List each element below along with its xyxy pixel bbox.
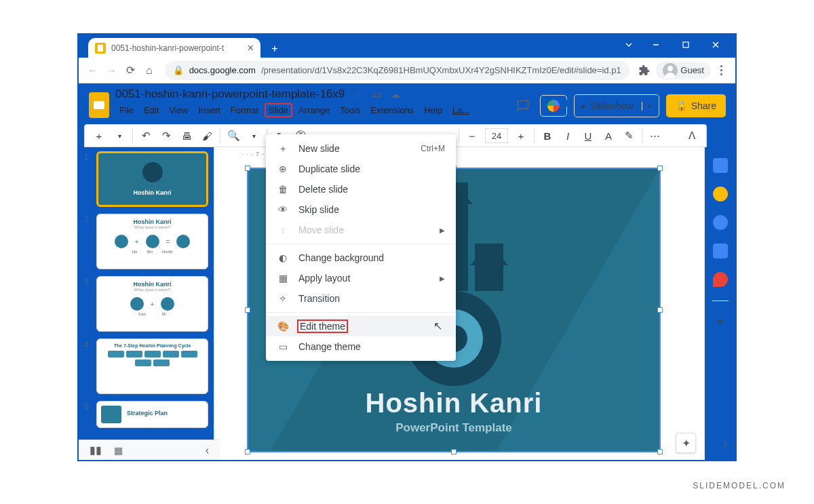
menu-item-delete-slide[interactable]: 🗑Delete slide — [266, 179, 456, 199]
fontsize-inc[interactable]: + — [512, 127, 530, 144]
calendar-icon[interactable] — [713, 158, 728, 173]
url-path: /presentation/d/1Vs8x22C3KqZ6981HBmUQXmb… — [261, 65, 621, 75]
maps-icon[interactable] — [713, 272, 728, 287]
close-button[interactable] — [701, 36, 730, 54]
menu-overflow[interactable]: La... — [448, 103, 473, 117]
address-bar[interactable]: 🔒 docs.google.com/presentation/d/1Vs8x22… — [165, 61, 629, 80]
slide-thumb-5[interactable]: Strategic Plan — [96, 401, 208, 428]
paint-format-button[interactable]: 🖌 — [198, 127, 216, 144]
extensions-icon[interactable] — [638, 62, 653, 79]
undo-button[interactable]: ↶ — [137, 127, 155, 144]
watermark: SLIDEMODEL.COM — [693, 481, 786, 490]
highlight-button[interactable]: ✎ — [620, 127, 638, 144]
menu-item-edit-theme[interactable]: 🎨Edit theme↖ — [266, 316, 456, 336]
contacts-icon[interactable] — [713, 244, 728, 258]
resize-handle[interactable] — [245, 166, 250, 171]
slide-title: Hoshin Kanri — [248, 388, 659, 419]
menu-item-icon: ✧ — [277, 293, 289, 304]
menu-extensions[interactable]: Extensions — [367, 103, 419, 117]
collapse-toolbar[interactable]: ᐱ — [683, 127, 701, 144]
tab-title: 0051-hoshin-kanri-powerpoint-t — [111, 43, 242, 53]
explore-button[interactable]: ✦ — [676, 433, 696, 453]
new-slide-button[interactable]: + — [90, 127, 108, 144]
maximize-button[interactable] — [672, 36, 700, 54]
more-button[interactable]: ⋯ — [646, 127, 664, 144]
underline-button[interactable]: U — [579, 127, 597, 144]
resize-handle[interactable] — [657, 449, 663, 454]
guest-label: Guest — [680, 65, 704, 75]
tasks-icon[interactable] — [713, 215, 728, 230]
avatar-icon — [663, 63, 678, 78]
menu-item-change-background[interactable]: ◐Change background — [266, 248, 456, 268]
menu-edit[interactable]: Edit — [140, 103, 163, 117]
resize-handle[interactable] — [245, 449, 250, 454]
collapse-panel-icon[interactable]: ‹ — [206, 444, 209, 457]
slide-panel: 1 Hoshin Kanri 2 Hoshin Kanri What does … — [79, 147, 214, 460]
move-icon[interactable]: ▭ — [370, 89, 383, 100]
menu-slide[interactable]: Slide — [265, 103, 292, 117]
guest-profile[interactable]: Guest — [656, 62, 711, 79]
menu-file[interactable]: File — [115, 103, 138, 117]
forward-button[interactable]: → — [104, 62, 119, 79]
cursor-icon: ↖ — [433, 319, 442, 332]
show-panel-icon[interactable]: › — [724, 438, 727, 450]
browser-tab[interactable]: 0051-hoshin-kanri-powerpoint-t × — [88, 38, 260, 58]
slide-thumb-3[interactable]: Hoshin Kanri What does it mean? + KanRi — [96, 276, 208, 332]
slideshow-dropdown[interactable]: ▾ — [642, 102, 652, 111]
menu-format[interactable]: Format — [227, 103, 263, 117]
browser-menu-icon[interactable] — [715, 65, 729, 75]
textcolor-button[interactable]: A — [600, 127, 617, 144]
menu-item-change-theme[interactable]: ▭Change theme — [266, 336, 456, 357]
comments-icon[interactable] — [513, 96, 533, 116]
new-tab-button[interactable]: + — [267, 41, 282, 56]
home-button[interactable]: ⌂ — [142, 62, 157, 79]
fontsize-value[interactable]: 24 — [485, 128, 508, 143]
menu-item-transition[interactable]: ✧Transition — [266, 288, 456, 309]
print-button[interactable]: 🖶 — [178, 127, 195, 144]
add-addon-icon[interactable]: + — [713, 315, 728, 330]
chevron-down-icon[interactable] — [617, 36, 640, 54]
resize-handle[interactable] — [451, 449, 457, 454]
reload-button[interactable]: ⟳ — [123, 62, 138, 79]
redo-button[interactable]: ↷ — [157, 127, 175, 144]
doc-title[interactable]: 0051-hoshin-kanri-powerpoint-template-16… — [115, 88, 345, 101]
menu-item-label: Transition — [298, 293, 340, 304]
newslide-dd[interactable]: ▾ — [111, 127, 128, 144]
menu-arrange[interactable]: Arrange — [294, 103, 334, 117]
slides-logo[interactable] — [85, 92, 113, 119]
share-button[interactable]: 🔒 Share — [666, 94, 726, 117]
resize-handle[interactable] — [657, 166, 663, 171]
minimize-button[interactable] — [642, 36, 670, 54]
slide-thumb-2[interactable]: Hoshin Kanri What does it mean? += HoShi… — [96, 214, 208, 269]
menu-item-apply-layout[interactable]: ▦Apply layout▶ — [266, 268, 456, 288]
menu-item-skip-slide[interactable]: 👁Skip slide — [266, 199, 456, 220]
cloud-icon[interactable]: ☁ — [389, 89, 402, 100]
menu-item-icon: ↕ — [277, 225, 289, 235]
zoom-dd[interactable]: ▾ — [245, 127, 263, 144]
bold-button[interactable]: B — [539, 127, 556, 144]
back-button[interactable]: ← — [85, 62, 100, 79]
slide-thumb-4[interactable]: The 7-Step Hoshin Planning Cycle — [96, 338, 208, 394]
meet-button[interactable] — [540, 95, 567, 117]
app-header: 0051-hoshin-kanri-powerpoint-template-16… — [79, 83, 735, 124]
fontsize-dec[interactable]: − — [463, 127, 481, 144]
menu-insert[interactable]: Insert — [194, 103, 225, 117]
menu-item-shortcut: Ctrl+M — [421, 144, 445, 153]
menu-help[interactable]: Help — [420, 103, 446, 117]
slideshow-button[interactable]: ▸ Slideshow ▾ — [574, 94, 659, 117]
close-tab-icon[interactable]: × — [248, 43, 254, 54]
grid-view-icon[interactable]: ▦ — [114, 445, 123, 456]
resize-handle[interactable] — [245, 307, 250, 313]
zoom-button[interactable]: 🔍 — [225, 127, 242, 144]
italic-button[interactable]: I — [559, 127, 577, 144]
star-icon[interactable]: ☆ — [351, 89, 364, 100]
menu-item-duplicate-slide[interactable]: ⊕Duplicate slide — [266, 159, 456, 179]
keep-icon[interactable] — [713, 187, 728, 201]
menu-tools[interactable]: Tools — [336, 103, 364, 117]
filmstrip-view-icon[interactable]: ▮▮ — [90, 444, 102, 457]
menu-item-label: Edit theme — [297, 319, 348, 333]
menu-item-new-slide[interactable]: +New slideCtrl+M — [266, 138, 456, 159]
menu-view[interactable]: View — [165, 103, 192, 117]
slide-thumb-1[interactable]: Hoshin Kanri — [96, 151, 208, 207]
resize-handle[interactable] — [657, 307, 663, 313]
